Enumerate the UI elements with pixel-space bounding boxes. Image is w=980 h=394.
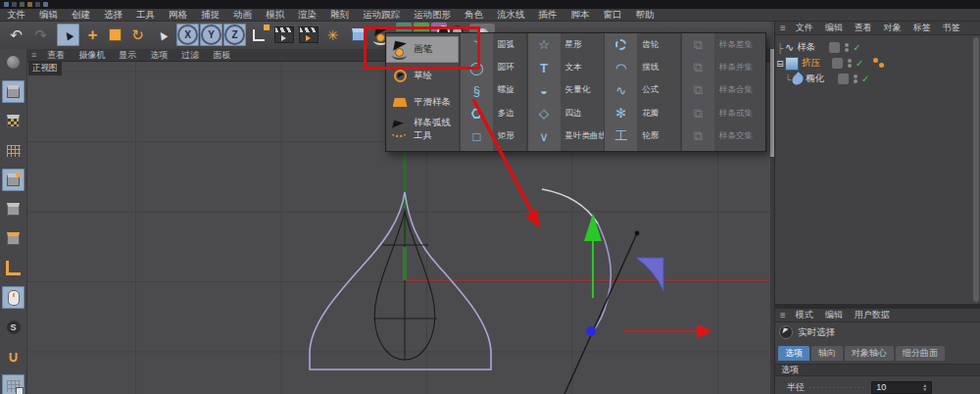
render-region-icon[interactable]: [297, 24, 319, 46]
menu-mesh[interactable]: 网格: [162, 9, 194, 22]
redo-icon[interactable]: ↷: [29, 24, 52, 46]
enable-snap-icon[interactable]: S: [2, 316, 24, 338]
menu-sculpt[interactable]: 雕刻: [323, 9, 356, 22]
menu-animate[interactable]: 动画: [226, 9, 259, 22]
am-menu-edit[interactable]: 编辑: [819, 309, 849, 321]
menu-item-helix[interactable]: 螺旋: [493, 79, 526, 102]
collapse-expander-icon[interactable]: ⊟: [775, 59, 785, 69]
menu-item-cogwheel[interactable]: 齿轮: [637, 33, 680, 56]
menu-item-cissoid[interactable]: 蔓叶类曲线: [561, 125, 604, 148]
viewport-menu-options[interactable]: 选项: [143, 49, 174, 62]
enable-check-icon[interactable]: ✓: [856, 58, 863, 69]
om-menu-bookmarks[interactable]: 书签: [937, 22, 966, 34]
menu-item-spline-and[interactable]: 样条合集: [714, 79, 765, 102]
make-editable-icon[interactable]: [2, 51, 24, 74]
visibility-dots[interactable]: [848, 59, 852, 68]
menu-tools[interactable]: 工具: [129, 9, 162, 22]
om-menu-edit[interactable]: 编辑: [819, 22, 849, 34]
menu-simulate[interactable]: 模拟: [259, 9, 291, 22]
om-scrollbar[interactable]: [973, 37, 979, 302]
am-menu-userdata[interactable]: 用户数据: [849, 309, 896, 321]
tab-axis[interactable]: 轴向: [811, 346, 843, 361]
object-row-spline[interactable]: ├ ∿ 样条 ✓: [775, 40, 980, 55]
om-burger-icon[interactable]: ≡: [775, 23, 790, 33]
menu-character[interactable]: 角色: [458, 9, 490, 22]
radius-stepper[interactable]: ▲▼: [922, 383, 927, 391]
magnet-icon[interactable]: ∪: [2, 345, 24, 368]
menu-item-spline-difference[interactable]: 样条差集: [714, 33, 765, 56]
lock-workplane-icon[interactable]: [2, 374, 24, 394]
texture-mode-icon[interactable]: [2, 110, 24, 132]
viewport-menu-display[interactable]: 显示: [112, 49, 143, 62]
visibility-dots[interactable]: [854, 74, 858, 83]
enable-axis-icon[interactable]: [2, 257, 24, 279]
tab-object-axis[interactable]: 对象轴心: [845, 346, 894, 361]
om-menu-file[interactable]: 文件: [790, 22, 819, 34]
model-mode-icon[interactable]: [2, 80, 24, 103]
menu-motion-tracker[interactable]: 运动跟踪: [356, 9, 407, 22]
menu-edit[interactable]: 编辑: [32, 9, 65, 22]
menu-mograph[interactable]: 运动图形: [407, 9, 458, 22]
tab-subdivision[interactable]: 细分曲面: [896, 346, 945, 361]
workplane-mode-icon[interactable]: [2, 139, 24, 162]
menu-item-smooth-spline[interactable]: 平滑样条: [386, 89, 459, 116]
object-row-extrude[interactable]: ⊟ 挤压 ✓: [775, 56, 980, 71]
points-mode-icon[interactable]: [2, 169, 24, 191]
om-menu-tags[interactable]: 标签: [907, 22, 937, 34]
layer-tag-icon[interactable]: [838, 74, 849, 84]
selection-cursor-icon[interactable]: ▲: [151, 24, 173, 46]
layer-tag-icon[interactable]: [829, 42, 840, 53]
menu-file[interactable]: 文件: [0, 9, 32, 22]
menu-item-flower[interactable]: 花瓣: [637, 102, 680, 124]
coordinate-system-icon[interactable]: [247, 24, 270, 46]
menu-item-formula[interactable]: 公式: [637, 79, 680, 102]
object-row-child[interactable]: └ 椭化 ✓: [775, 72, 980, 86]
viewport-burger-icon[interactable]: ≡: [27, 50, 40, 60]
menu-item-text[interactable]: 文本: [561, 56, 604, 78]
options-section-header[interactable]: 选项: [775, 364, 980, 376]
move-icon[interactable]: +: [81, 24, 104, 46]
lock-z-icon[interactable]: Z: [223, 24, 246, 46]
object-name[interactable]: 椭化: [806, 73, 824, 85]
menu-item-spline-union[interactable]: 样条并集: [714, 56, 765, 78]
viewport-menu-panel[interactable]: 面板: [206, 49, 237, 62]
menu-item-spline-intersect[interactable]: 样条交集: [714, 125, 765, 148]
menu-item-spline-arc-tool[interactable]: 样条弧线工具: [386, 116, 459, 142]
scale-icon[interactable]: [104, 24, 126, 46]
menu-render[interactable]: 渲染: [291, 9, 323, 22]
menu-select[interactable]: 选择: [97, 9, 129, 22]
viewport-solo-icon[interactable]: [2, 286, 24, 309]
menu-window[interactable]: 窗口: [597, 9, 629, 22]
menu-plugins[interactable]: 插件: [532, 9, 564, 22]
om-menu-object[interactable]: 对象: [878, 22, 907, 34]
viewport-menu-camera[interactable]: 摄像机: [72, 49, 112, 62]
edges-mode-icon[interactable]: [2, 198, 24, 221]
menu-item-arc[interactable]: 圆弧: [493, 33, 526, 56]
phong-tag-dots[interactable]: [873, 58, 887, 70]
live-selection-icon[interactable]: ▲: [57, 24, 79, 46]
menu-create[interactable]: 创建: [65, 9, 97, 22]
menu-item-star[interactable]: 星形: [561, 33, 604, 56]
menu-item-circle[interactable]: 圆环: [493, 56, 526, 78]
polygons-mode-icon[interactable]: [2, 227, 24, 250]
tab-options[interactable]: 选项: [778, 346, 809, 361]
lock-x-icon[interactable]: X: [176, 24, 199, 46]
layer-tag-icon[interactable]: [832, 58, 843, 69]
undo-icon[interactable]: ↶: [5, 24, 27, 46]
object-name[interactable]: 样条: [797, 41, 815, 54]
lock-y-icon[interactable]: Y: [200, 24, 222, 46]
am-menu-mode[interactable]: 模式: [790, 309, 819, 321]
menu-item-vectorizer[interactable]: 矢量化: [561, 79, 604, 102]
om-menu-view[interactable]: 查看: [849, 22, 878, 34]
menu-item-spline-or[interactable]: 样条或集: [714, 102, 765, 124]
menu-pipeline[interactable]: 流水线: [490, 9, 532, 22]
enable-check-icon[interactable]: ✓: [853, 42, 860, 53]
menu-item-profile[interactable]: 轮廓: [637, 125, 680, 148]
menu-script[interactable]: 脚本: [564, 9, 597, 22]
visibility-dots[interactable]: [845, 43, 849, 52]
object-name[interactable]: 挤压: [802, 57, 820, 70]
render-view-icon[interactable]: [272, 24, 295, 46]
viewport-menu-view[interactable]: 查看: [40, 49, 72, 62]
render-settings-icon[interactable]: ✳: [321, 24, 344, 46]
viewport-menu-filter[interactable]: 过滤: [174, 49, 206, 62]
